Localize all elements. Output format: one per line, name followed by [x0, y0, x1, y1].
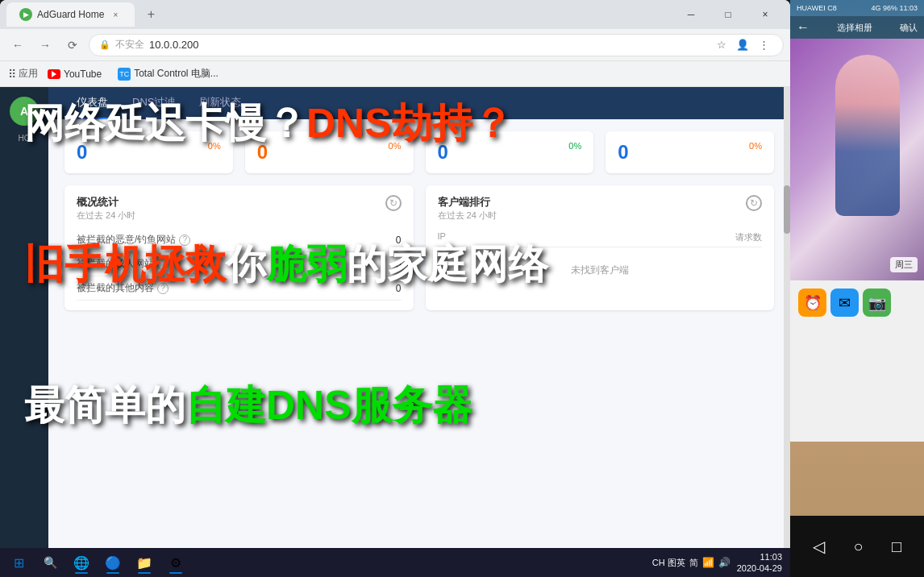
sys-tray: CH 图英 简 📶 🔊 [652, 557, 730, 569]
phone-screen: HUAWEI C8 4G 96% 11:03 ← 选择相册 确认 周三 ⏰ ✉ … [790, 0, 924, 516]
windows-icon: ⊞ [14, 555, 24, 571]
taskbar-right: CH 图英 简 📶 🔊 11:03 2020-04-29 [652, 551, 786, 575]
clients-title: 客户端排行 [438, 195, 763, 210]
input-method: 简 [689, 557, 698, 569]
forward-button[interactable]: → [34, 34, 56, 56]
phone-back-icon[interactable]: ← [797, 20, 810, 35]
tab-title: AdGuard Home [37, 9, 104, 20]
info-icon-3[interactable]: ? [157, 283, 169, 294]
camera-app-icon[interactable]: 📷 [863, 288, 891, 317]
clients-refresh-icon[interactable]: ↻ [746, 195, 762, 211]
phone-app-grid: ⏰ ✉ 📷 [790, 280, 924, 442]
youtube-label: YouTube [64, 68, 102, 80]
taskbar: ⊞ 🔍 🌐 🔵 📁 ⚙ CH 图英 简 📶 🔊 11:03 2020 [0, 548, 790, 577]
profile-icon[interactable]: 👤 [733, 35, 752, 55]
adguard-logo: A [8, 95, 40, 127]
taskbar-app-blue[interactable]: 🔵 [98, 550, 127, 575]
tab-dashboard[interactable]: 仪表盘 [65, 87, 120, 119]
stat-card-4: 0% 0 [606, 131, 774, 173]
apps-grid-icon: ⠿ [8, 68, 16, 81]
youtube-icon [48, 69, 60, 79]
stat-number-4: 0 [618, 141, 762, 164]
phone-taskbar: ◁ ○ □ [790, 516, 924, 577]
lock-icon: 🔒 [99, 39, 110, 50]
lock-label: 不安全 [115, 38, 144, 52]
time-display: 11:03 [737, 551, 782, 562]
filter-val-1: 0 [320, 235, 402, 246]
totalcontrol-bookmark[interactable]: TC Total Control 电脑... [111, 65, 225, 82]
phone-photo-area: 周三 [790, 39, 924, 280]
scroll-thumb[interactable] [784, 185, 790, 234]
active-tab[interactable]: ▶ AdGuard Home × [6, 2, 135, 27]
apps-bookmark[interactable]: ⠿ 应用 [8, 67, 38, 81]
window-controls: ─ □ × [672, 2, 784, 27]
start-button[interactable]: ⊞ [4, 550, 33, 575]
adguard-main: 仪表盘 DNS过滤 刷新状态 0% 0 0% 0 0% 0 [48, 87, 790, 577]
stat-card-3: 0% 0 [426, 131, 594, 173]
overview-card: ↻ 概况统计 在过去 24 小时 被拦截的恶意/钓鱼网站 ? 0 被拦截的成人网… [65, 185, 414, 310]
overview-subtitle: 在过去 24 小时 [77, 210, 402, 222]
network-icon: 📶 [702, 557, 714, 568]
phone-panel: HUAWEI C8 4G 96% 11:03 ← 选择相册 确认 周三 ⏰ ✉ … [790, 0, 924, 577]
stat-number-2: 0 [257, 141, 402, 164]
date-display: 2020-04-29 [737, 562, 782, 574]
overview-title: 概况统计 [77, 195, 402, 210]
close-button[interactable]: × [747, 2, 784, 27]
clients-subtitle: 在过去 24 小时 [438, 210, 763, 222]
carrier-text: HUAWEI C8 [797, 4, 837, 12]
menu-icon[interactable]: ⋮ [754, 35, 773, 55]
filter-stat-row-1: 被拦截的恶意/钓鱼网站 ? 0 [77, 228, 402, 252]
tab-close-button[interactable]: × [109, 8, 122, 21]
stat-card-1: 0% 0 [65, 131, 233, 173]
clock-app-icon[interactable]: ⏰ [798, 288, 826, 317]
minimize-button[interactable]: ─ [672, 2, 710, 27]
phone-icons: 4G 96% 11:03 [871, 4, 918, 12]
stats-row: 0% 0 0% 0 0% 0 0% 0 [48, 119, 790, 185]
clock: 11:03 2020-04-29 [737, 551, 782, 575]
adguard-sidebar: A HO [0, 87, 48, 577]
filter-label-2: 被拦截的成人网站 ? [77, 257, 320, 271]
search-icon: 🔍 [44, 556, 57, 569]
info-icon-1[interactable]: ? [179, 235, 190, 246]
tab-dns[interactable]: DNS过滤 [120, 87, 187, 119]
stat-pct-1: 0% [208, 141, 221, 151]
chrome-icon: 🌐 [73, 555, 89, 571]
address-bar[interactable]: 🔒 不安全 10.0.0.200 ☆ 👤 ⋮ [89, 34, 784, 56]
phone-back-nav[interactable]: ◁ [813, 537, 825, 556]
tab-refresh[interactable]: 刷新状态 [187, 87, 253, 119]
tab-favicon: ▶ [19, 8, 32, 21]
taskbar-chrome[interactable]: 🌐 [67, 550, 96, 575]
taskbar-settings[interactable]: ⚙ [161, 550, 190, 575]
phone-home-nav[interactable]: ○ [853, 538, 863, 556]
title-bar: ▶ AdGuard Home × + ─ □ × [0, 0, 790, 29]
phone-screen-title: 选择相册 [837, 22, 872, 34]
back-button[interactable]: ← [6, 34, 29, 56]
info-icon-2[interactable]: ? [157, 259, 169, 270]
person-silhouette [835, 55, 900, 216]
stat-number-3: 0 [438, 141, 582, 164]
address-text: 10.0.0.200 [149, 39, 707, 51]
phone-confirm[interactable]: 确认 [900, 22, 918, 34]
taskbar-files[interactable]: 📁 [130, 550, 159, 575]
new-tab-button[interactable]: + [141, 5, 160, 24]
stat-number-1: 0 [77, 141, 221, 164]
address-bar-row: ← → ⟳ 🔒 不安全 10.0.0.200 ☆ 👤 ⋮ [0, 29, 790, 61]
maximize-button[interactable]: □ [710, 2, 747, 27]
email-app-icon[interactable]: ✉ [830, 288, 859, 317]
youtube-bookmark[interactable]: YouTube [41, 67, 108, 81]
stat-pct-3: 0% [568, 141, 581, 151]
adguard-nav-tabs: 仪表盘 DNS过滤 刷新状态 [48, 87, 790, 119]
filter-val-3: 0 [320, 283, 402, 294]
bookmark-star-icon[interactable]: ☆ [712, 35, 731, 55]
reload-button[interactable]: ⟳ [61, 34, 84, 56]
app-blue-icon: 🔵 [105, 555, 121, 571]
phone-recents-nav[interactable]: □ [892, 538, 901, 556]
lang-indicator: CH 图英 [652, 557, 685, 569]
filter-stat-row-3: 被拦截的其他内容 ? 0 [77, 276, 402, 301]
filter-stat-row-2: 被拦截的成人网站 ? 0 [77, 252, 402, 276]
page-content: A HO 仪表盘 DNS过滤 刷新状态 0% 0 0% 0 [0, 87, 790, 577]
overview-refresh-icon[interactable]: ↻ [385, 195, 402, 211]
search-button[interactable]: 🔍 [35, 550, 65, 575]
scrollbar[interactable] [784, 87, 790, 577]
browser-window: ▶ AdGuard Home × + ─ □ × ← → ⟳ 🔒 不安全 10.… [0, 0, 790, 577]
